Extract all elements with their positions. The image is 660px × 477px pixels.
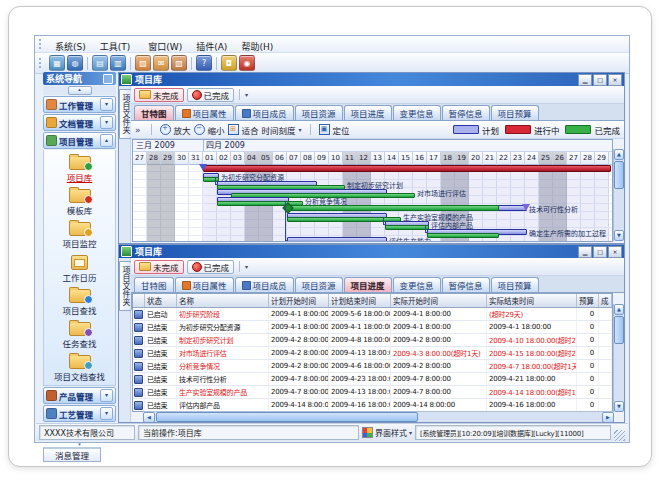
gantt-actual-bar[interactable] (427, 233, 499, 238)
column-header-实际结束时间[interactable]: 实际结束时间 (487, 294, 577, 307)
chevron-down-icon[interactable]: ▾ (100, 116, 113, 129)
gantt-tab-甘特图[interactable]: 甘特图 (134, 105, 174, 120)
gantt-tab-项目进度[interactable]: 项目进度 (344, 105, 392, 120)
scroll-up-icon[interactable]: ▲ (614, 304, 624, 315)
folder-save-icon[interactable]: ▥ (110, 55, 126, 71)
stop-icon[interactable]: ◉ (239, 55, 255, 71)
menu-item-5[interactable]: 帮助(H) (234, 42, 280, 52)
gantt-tab-变更信息[interactable]: 变更信息 (393, 105, 441, 120)
scrollbar-thumb[interactable] (156, 412, 418, 422)
gantt-plan-bar[interactable] (287, 237, 387, 242)
sidebar-item-项目监控[interactable]: 项目监控 (44, 218, 115, 250)
sidebar-section-项目管理[interactable]: 项目管理▴ (43, 132, 116, 149)
scroll-up-icon[interactable]: ▲ (614, 149, 624, 160)
time-scale-label[interactable]: 时间刻度 (262, 124, 296, 136)
menu-item-3[interactable]: 窗口(W) (141, 42, 189, 52)
table-tab-项目进度[interactable]: 项目进度 (344, 277, 392, 292)
filter-unfinished-button[interactable]: 未完成 (134, 88, 184, 102)
toolbar-grip[interactable] (39, 58, 44, 68)
gantt-tab-项目属性[interactable]: 项目属性 (175, 105, 234, 120)
computer-icon[interactable]: ▦ (49, 55, 65, 71)
table-horizontal-scrollbar[interactable]: ◀ ▶ (143, 411, 614, 422)
scrollbar-thumb[interactable] (614, 316, 624, 344)
help-icon[interactable]: ? (196, 55, 212, 71)
ui-style-chevron-icon[interactable]: ▾ (409, 429, 412, 436)
minimize-button[interactable]: ▁ (578, 74, 592, 86)
ui-style-selector[interactable]: 界面样式 ▾ (362, 427, 412, 438)
table-row[interactable]: 已结束技术可行性分析2009-4-7 8:00:002009-4-23 18:0… (133, 373, 612, 386)
gantt-actual-bar[interactable] (385, 225, 429, 230)
folder-icon[interactable]: ▤ (92, 55, 108, 71)
sidebar-item-模板库[interactable]: 模板库 (44, 185, 115, 217)
zoom-in-label[interactable]: 放大 (174, 124, 191, 136)
pin-icon[interactable] (103, 74, 113, 84)
locate-icon[interactable]: ▣ (319, 124, 330, 135)
sidebar-item-任务查找[interactable]: 任务查找 (44, 318, 115, 350)
fit-icon[interactable]: ⊞ (228, 124, 239, 135)
table-row[interactable]: 已结束分析竞争情况2009-4-2 8:00:002009-4-6 18:00:… (133, 360, 612, 373)
gantt-vertical-scrollbar[interactable]: ▲ ▼ (613, 149, 624, 241)
scroll-right-icon[interactable]: ▶ (602, 412, 614, 423)
table-tab-项目预算[interactable]: 项目预算 (491, 277, 539, 292)
zoom-in-icon[interactable]: + (160, 124, 171, 135)
sidebar-section-产品管理[interactable]: 产品管理▾ (43, 387, 116, 404)
time-scale-chevron-icon[interactable]: ▾ (299, 126, 302, 133)
gantt-tab-暂停信息[interactable]: 暂停信息 (442, 105, 490, 120)
sidebar-item-工作日历[interactable]: 工作日历 (44, 251, 115, 284)
menu-item-1[interactable]: 系统(S) (48, 42, 93, 52)
globe-icon[interactable]: ◍ (67, 55, 83, 71)
fit-label[interactable]: 适合 (242, 124, 259, 136)
tab-message-management[interactable]: 消息管理 (43, 447, 101, 462)
gantt-actual-bar[interactable] (287, 205, 499, 211)
gantt-chart[interactable]: 三月 2009四月 2009 2728293031010203040506070… (132, 139, 613, 242)
gantt-actual-bar[interactable] (287, 241, 387, 242)
sidebar-item-项目库[interactable]: 项目库 (44, 152, 115, 184)
table-row[interactable]: 已启动初步研究阶段2009-4-1 8:00:002009-5-6 18:00:… (133, 308, 612, 321)
column-header-预算[interactable]: 预算 (577, 294, 599, 307)
table-row[interactable]: 已结束对市场进行评估2009-4-2 8:00:002009-4-13 18:0… (133, 347, 612, 360)
sidebar-header[interactable]: 系统导航 (43, 72, 116, 85)
table-tab-项目属性[interactable]: 项目属性 (175, 277, 234, 292)
gantt-tab-项目资源[interactable]: 项目资源 (295, 105, 343, 120)
gantt-summary-bar[interactable] (203, 165, 611, 172)
filter-unfinished-button[interactable]: 未完成 (134, 260, 184, 274)
table-tab-变更信息[interactable]: 变更信息 (393, 277, 441, 292)
gantt-tab-项目成员[interactable]: 项目成员 (235, 105, 294, 120)
scroll-left-icon[interactable]: ◀ (143, 412, 155, 423)
sidebar-section-文档管理[interactable]: 文档管理▾ (43, 114, 116, 131)
column-header-计划开始时间[interactable]: 计划开始时间 (269, 294, 329, 307)
report-icon[interactable]: ▨ (135, 55, 151, 71)
gantt-panel-titlebar[interactable]: 项目库 ▁ □ × (119, 73, 624, 86)
table-tab-项目成员[interactable]: 项目成员 (235, 277, 294, 292)
filter-finished-button[interactable]: 已完成 (187, 88, 235, 102)
locate-label[interactable]: 定位 (333, 124, 350, 136)
filter-more-chevron-icon[interactable]: ▾ (245, 91, 248, 98)
menu-item-2[interactable]: 工具(T) (93, 42, 138, 52)
scroll-down-icon[interactable]: ▼ (614, 230, 624, 241)
mail-icon[interactable]: ✉ (153, 55, 169, 71)
scrollbar-thumb[interactable] (614, 161, 624, 189)
table-vertical-scrollbar[interactable]: ▲ ▼ (613, 304, 624, 412)
column-header-计划结束时间[interactable]: 计划结束时间 (329, 294, 391, 307)
project-progress-table[interactable]: 状态名称计划开始时间计划结束时间实际开始时间实际结束时间预算成 已启动初步研究阶… (132, 293, 613, 412)
maximize-button[interactable]: □ (593, 246, 607, 258)
chart-icon[interactable]: ▧ (171, 55, 187, 71)
close-button[interactable]: × (608, 74, 622, 86)
table-row[interactable]: 已结束制定初步研究计划2009-4-2 8:00:002009-4-8 18:0… (133, 334, 612, 347)
chevron-up-icon[interactable]: ▴ (100, 134, 113, 147)
lock-icon[interactable]: ◘ (221, 55, 237, 71)
collapse-button[interactable]: ▴ (68, 86, 92, 95)
sidebar-item-项目文档查找[interactable]: 项目文档查找 (44, 351, 115, 383)
toolbar-grip[interactable] (39, 39, 44, 49)
column-header-成[interactable]: 成 (599, 294, 612, 307)
sidebar-section-工作管理[interactable]: 工作管理▾ (43, 96, 116, 113)
scroll-down-icon[interactable]: ▼ (614, 401, 624, 412)
gantt-tab-项目预算[interactable]: 项目预算 (491, 105, 539, 120)
table-tab-暂停信息[interactable]: 暂停信息 (442, 277, 490, 292)
sidebar-section-工艺管理[interactable]: 工艺管理▾ (43, 405, 116, 422)
maximize-button[interactable]: □ (593, 74, 607, 86)
toolbar-overflow-chevron[interactable]: » (135, 125, 141, 135)
close-button[interactable]: × (608, 246, 622, 258)
table-tab-项目资源[interactable]: 项目资源 (295, 277, 343, 292)
chevron-down-icon[interactable]: ▾ (100, 407, 113, 420)
